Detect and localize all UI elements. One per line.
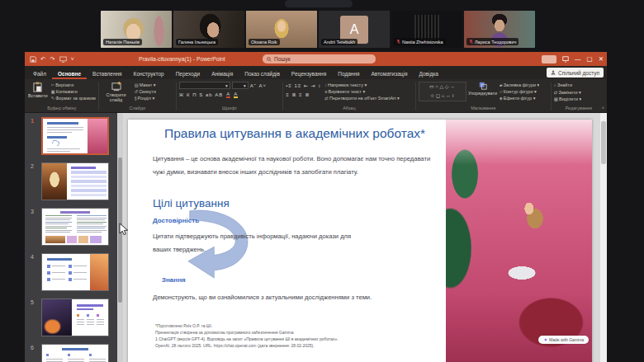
gamma-sparkle-icon: ✦ [543, 337, 547, 342]
participant-tile[interactable]: Nastia Zhehistovska [391, 11, 462, 48]
section-button[interactable]: §Розділ ▾ [135, 96, 156, 101]
scrollbar-thumb[interactable] [601, 121, 606, 164]
slide-3-row: 3 [31, 208, 117, 246]
group-label-paragraph: Абзац [286, 105, 412, 112]
made-with-gamma-badge[interactable]: ✦ Made with Gamma [538, 336, 589, 344]
select-button[interactable]: ▦Виділити ▾ [554, 96, 582, 101]
slide-number: 3 [31, 208, 41, 246]
goal-heading-knowledge: Знання [162, 276, 186, 284]
format-painter-button[interactable]: ✎Формат за зразком [51, 96, 96, 101]
new-slide-icon [111, 82, 121, 92]
slide-section-heading: Цілі цитування [153, 197, 230, 209]
slide-thumbnail[interactable] [41, 253, 109, 291]
slide-thumbnail[interactable] [41, 208, 109, 246]
maximize-button[interactable]: ▢ [587, 55, 593, 63]
font-size-select[interactable]: ▾ [232, 82, 249, 89]
close-button[interactable]: ✕ [599, 55, 604, 63]
font-style-buttons[interactable]: Ж К П S ab АВ [179, 92, 223, 97]
muted-mic-icon [469, 39, 473, 45]
paste-button[interactable]: Вставити [28, 82, 48, 98]
tab-view[interactable]: Подання [332, 69, 365, 79]
ribbon-display-options-icon[interactable] [562, 56, 569, 63]
shapes-gallery[interactable]: ▭ ○ △ ◇ → ☆ ◻ ⌂ ↔ ≀ [419, 82, 466, 101]
tab-slideshow[interactable]: Показ слайдів [239, 69, 286, 79]
participant-name: Andrii Terebukh [324, 40, 355, 45]
align-text-button[interactable]: ≡Вирівняти текст ▾ [324, 89, 399, 94]
slide-area-scrollbar[interactable] [600, 113, 607, 362]
reset-icon: ↺ [135, 89, 139, 94]
font-grow-shrink-buttons[interactable]: Аˆ А˅ [250, 83, 267, 88]
arrange-button[interactable]: Упорядкувати [470, 82, 496, 96]
customize-qat-icon[interactable]: ˅ [71, 55, 74, 63]
group-label-drawing: Малювання [419, 105, 548, 112]
tab-home[interactable]: Основне [52, 69, 87, 79]
current-slide[interactable]: Правила цитування в академічних роботах*… [128, 120, 592, 362]
smartart-icon: ⇄ [324, 96, 329, 101]
participant-nametag: Наталія Паньків [103, 39, 142, 45]
text-direction-button[interactable]: ↕Напрямок тексту ▾ [324, 82, 399, 87]
undo-icon[interactable]: ↶ [40, 55, 45, 63]
slide-number: 6 [31, 344, 41, 362]
cut-button[interactable]: ✂Вирізати [51, 82, 96, 87]
alignment-buttons[interactable]: ≡ ≣ ≡ ≣ [286, 92, 321, 97]
workspace: 1 2 [25, 113, 607, 362]
slide-thumbnail[interactable] [41, 344, 109, 362]
group-label-slides: Слайди [102, 105, 173, 112]
minimize-button[interactable]: — [575, 55, 581, 63]
participant-nametag: Nastia Zhehistovska [394, 38, 446, 45]
arrange-icon [479, 82, 487, 90]
thumbnail-panel-scrollbar[interactable] [117, 113, 123, 362]
reset-button[interactable]: ↺Скинути [135, 89, 156, 94]
account-badge[interactable] [542, 55, 556, 63]
tab-design[interactable]: Конструктор [128, 69, 170, 79]
slide-title: Правила цитування в академічних роботах* [164, 126, 425, 141]
tab-file[interactable]: Файл [27, 69, 52, 79]
search-box[interactable]: Пошук [263, 54, 376, 63]
replace-icon: ⇄ [554, 90, 558, 95]
redo-icon[interactable]: ↷ [50, 55, 54, 63]
smartart-button[interactable]: ⇄Перетворити на об'єкт SmartArt ▾ [324, 96, 399, 101]
slide-thumbnail-selected[interactable] [41, 117, 109, 155]
section-icon: § [135, 96, 137, 101]
shape-outline-button[interactable]: ▱Контур фігури ▾ [500, 89, 540, 94]
slide-4-row: 4 [31, 253, 117, 291]
highlight-color-button[interactable]: А [234, 92, 238, 98]
tab-automate[interactable]: Автоматизація [366, 69, 414, 79]
participant-tile[interactable]: Наталія Паньків [101, 11, 172, 48]
font-color-button[interactable]: А [226, 92, 230, 98]
tab-insert[interactable]: Вставлення [87, 69, 128, 79]
layout-button[interactable]: ▤Макет ▾ [135, 82, 156, 87]
slide-1-row: 1 [31, 117, 117, 155]
participant-tile-active-speaker[interactable]: Oksana Roik [246, 11, 317, 48]
tab-transitions[interactable]: Переходи [170, 69, 206, 79]
shape-effects-button[interactable]: ◈Ефекти фігур ▾ [500, 96, 540, 101]
font-name-select[interactable]: ▾ [179, 82, 230, 89]
slide-number: 4 [31, 253, 41, 291]
share-button[interactable]: Спільний доступ [547, 68, 604, 78]
meeting-toolbar-pill[interactable] [285, 0, 353, 7]
new-slide-button[interactable]: Створити слайд [102, 82, 131, 103]
save-icon[interactable] [30, 56, 36, 63]
replace-button[interactable]: ⇄Замінити ▾ [554, 90, 582, 95]
shape-outline-icon: ▱ [500, 89, 503, 94]
window-title: Pravila-cituvannya(1) - PowerPoint [139, 52, 225, 66]
copy-button[interactable]: ▣Копіювати [51, 89, 96, 94]
text-direction-icon: ↕ [324, 82, 327, 87]
shape-fill-icon: ▰ [500, 82, 503, 87]
tab-help[interactable]: Довідка [414, 69, 444, 79]
collapse-ribbon-icon[interactable]: ˄ [601, 106, 604, 110]
tab-review[interactable]: Рецензування [286, 69, 332, 79]
find-button[interactable]: ⌕Знайти [554, 82, 582, 88]
goal-heading-credibility: Достовірність [153, 217, 199, 224]
shape-fill-button[interactable]: ▰Заливка фігури ▾ [500, 82, 540, 87]
tab-animations[interactable]: Анімація [206, 69, 239, 79]
participant-tile[interactable]: A Andrii Terebukh [319, 11, 390, 48]
list-indent-buttons[interactable]: •≡ 1≡ ⇤ ⇥ ↕ [286, 82, 321, 88]
participant-tile[interactable]: Лариса Теодорович [464, 11, 535, 48]
muted-mic-icon [396, 39, 400, 45]
start-slideshow-icon[interactable] [59, 56, 67, 63]
slide-thumbnail[interactable] [41, 162, 109, 200]
slide-thumbnail[interactable] [41, 299, 109, 336]
participant-tile[interactable]: Галина Ільницька [173, 11, 244, 48]
slide-5-row: 5 [31, 299, 117, 336]
